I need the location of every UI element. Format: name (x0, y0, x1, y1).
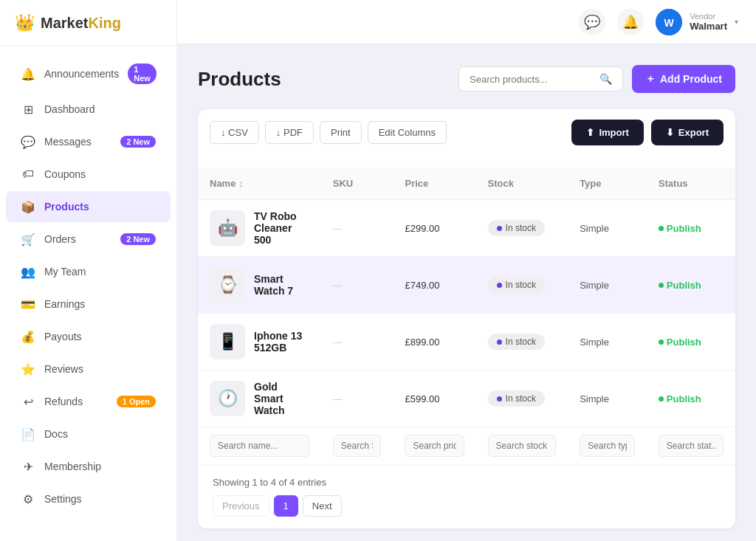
products-table-container: ↓ CSV ↓ PDF Print Edit Columns ⬆ Import … (198, 109, 735, 528)
col-type: Type (568, 168, 647, 200)
product-name-4: Gold Smart Watch (254, 381, 309, 416)
col-stock: Stock (476, 168, 568, 200)
showing-text: Showing 1 to 4 of 4 entries (213, 477, 721, 488)
sidebar-item-products[interactable]: 📦 Products (6, 191, 171, 222)
vendor-avatar: W (656, 9, 682, 35)
sidebar-item-label: Docs (44, 428, 68, 440)
search-name-input[interactable] (210, 435, 309, 457)
product-name-2: Smart Watch 7 (254, 273, 309, 297)
search-price-input[interactable] (405, 435, 464, 457)
sidebar-item-coupons[interactable]: 🏷 Coupons (6, 159, 171, 190)
stock-dot (497, 340, 502, 345)
main-area: 💬 🔔 W Vendor Walmart ▾ Products (177, 0, 756, 541)
logo-market: Market (41, 15, 88, 31)
table-header-row: Name ↕ SKU Price Stock Type Status (198, 168, 735, 200)
product-name-3: Iphone 13 512GB (254, 330, 309, 354)
notification-bell-button[interactable]: 🔔 (617, 9, 644, 35)
next-page-button[interactable]: Next (303, 495, 342, 517)
product-type-3: Simple (568, 314, 647, 371)
sidebar-item-dashboard[interactable]: ⊞ Dashboard (6, 94, 171, 125)
table-body: 🤖 TV Robo Cleaner 500 — £299.00 In stock… (198, 200, 735, 427)
sidebar-item-announcements[interactable]: 🔔 Announcements 1 New (6, 55, 171, 92)
product-status-3: Publish (659, 337, 724, 348)
content-area: Products 🔍 ＋ Add Product ↓ CSV ↓ PDF Pr (177, 44, 756, 541)
refunds-badge: 1 Open (117, 396, 156, 407)
pagination: Previous 1 Next (213, 495, 721, 517)
col-status: Status (647, 168, 735, 200)
table-row: ⌚ Smart Watch 7 — £749.00 In stock Simpl… (198, 257, 735, 314)
sidebar-item-messages[interactable]: 💬 Messages 2 New (6, 126, 171, 157)
orders-badge: 2 New (120, 233, 156, 245)
product-price-2: £749.00 (393, 257, 475, 314)
export-icon: ⬇ (666, 127, 674, 138)
page-header: Products 🔍 ＋ Add Product (198, 65, 735, 93)
table-row: 📱 Iphone 13 512GB — £899.00 In stock Sim… (198, 314, 735, 371)
sidebar-item-payouts[interactable]: 💰 Payouts (6, 321, 171, 352)
vendor-chevron-icon: ▾ (735, 18, 738, 26)
page-title: Products (198, 68, 281, 91)
product-stock-1: In stock (488, 220, 545, 236)
chat-icon-button[interactable]: 💬 (579, 9, 605, 35)
my-team-icon: 👥 (21, 264, 35, 279)
sidebar-item-refunds[interactable]: ↩ Refunds 1 Open (6, 386, 171, 417)
coupons-icon: 🏷 (21, 167, 35, 182)
status-dot (659, 283, 664, 288)
sidebar-item-label: Membership (44, 461, 101, 472)
product-status-1: Publish (659, 223, 724, 234)
settings-icon: ⚙ (21, 492, 35, 506)
search-input[interactable] (470, 74, 594, 85)
earnings-icon: 💳 (21, 297, 35, 311)
announcements-badge: 1 New (128, 63, 157, 84)
add-product-button[interactable]: ＋ Add Product (632, 65, 735, 93)
sidebar-item-settings[interactable]: ⚙ Settings (6, 483, 171, 514)
sidebar-item-reviews[interactable]: ⭐ Reviews (6, 354, 171, 385)
product-stock-3: In stock (488, 334, 545, 350)
sidebar-item-label: Dashboard (44, 103, 95, 115)
sidebar-item-membership[interactable]: ✈ Membership (6, 451, 171, 482)
product-stock-2: In stock (488, 277, 545, 293)
product-type-2: Simple (568, 257, 647, 314)
prev-page-button[interactable]: Previous (213, 495, 269, 517)
membership-icon: ✈ (21, 459, 35, 474)
search-stock-input[interactable] (488, 435, 557, 457)
pdf-button[interactable]: ↓ PDF (265, 121, 314, 144)
crown-icon: 👑 (15, 13, 35, 32)
reviews-icon: ⭐ (21, 362, 35, 376)
csv-button[interactable]: ↓ CSV (210, 121, 259, 144)
messages-icon: 💬 (21, 134, 35, 149)
search-sku-input[interactable] (333, 435, 382, 457)
product-price-1: £299.00 (393, 200, 475, 257)
product-type-4: Simple (568, 371, 647, 427)
sidebar-item-docs[interactable]: 📄 Docs (6, 418, 171, 449)
dashboard-icon: ⊞ (21, 102, 35, 117)
edit-columns-button[interactable]: Edit Columns (368, 121, 447, 144)
search-status-input[interactable] (659, 435, 724, 457)
sidebar-item-label: Refunds (44, 396, 83, 407)
col-name: Name ↕ (198, 168, 321, 200)
search-type-input[interactable] (580, 435, 635, 457)
import-button[interactable]: ⬆ Import (571, 120, 643, 145)
payouts-icon: 💰 (21, 329, 35, 344)
page-1-button[interactable]: 1 (274, 495, 298, 517)
pagination-area: Showing 1 to 4 of 4 entries Previous 1 N… (198, 465, 735, 528)
messages-badge: 2 New (120, 136, 156, 148)
sidebar-item-orders[interactable]: 🛒 Orders 2 New (6, 224, 171, 255)
product-price-4: £599.00 (393, 371, 475, 427)
product-stock-4: In stock (488, 390, 545, 407)
vendor-menu[interactable]: W Vendor Walmart ▾ (656, 9, 738, 35)
sidebar-item-earnings[interactable]: 💳 Earnings (6, 289, 171, 320)
announcements-icon: 🔔 (21, 66, 35, 81)
product-name-1: TV Robo Cleaner 500 (254, 210, 309, 246)
sidebar-item-label: Coupons (44, 168, 86, 180)
sidebar-item-my-team[interactable]: 👥 My Team (6, 256, 171, 287)
orders-icon: 🛒 (21, 232, 35, 247)
sidebar-item-label: Settings (44, 493, 82, 505)
sidebar-item-label: Announcements (44, 68, 119, 80)
col-sku: SKU (321, 168, 394, 200)
print-button[interactable]: Print (320, 121, 362, 144)
export-button[interactable]: ⬇ Export (651, 120, 724, 145)
table-toolbar: ↓ CSV ↓ PDF Print Edit Columns ⬆ Import … (198, 109, 735, 156)
logo: 👑 MarketKing (0, 0, 176, 46)
stock-dot (497, 396, 502, 402)
products-table: Name ↕ SKU Price Stock Type Status 🤖 TV … (198, 168, 735, 465)
